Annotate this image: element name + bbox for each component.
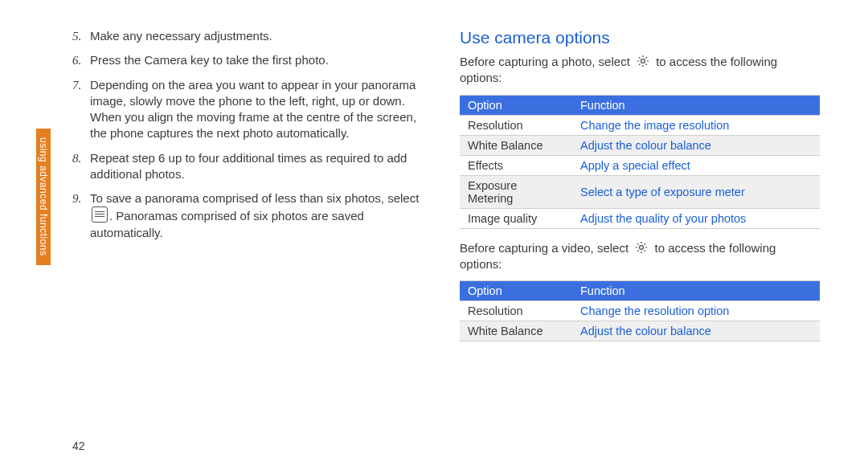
step-number: 5.: [72, 28, 90, 44]
intro-pre: Before capturing a photo, select: [460, 55, 633, 68]
section-heading: Use camera options: [460, 28, 820, 47]
table-row: Exposure Metering Select a type of expos…: [460, 175, 820, 208]
gear-icon: [635, 54, 651, 68]
cell-function: Adjust the quality of your photos: [572, 208, 820, 228]
th-function: Function: [572, 281, 820, 301]
step-8: 8. Repeat step 6 up to four additional t…: [72, 150, 432, 183]
cell-function: Apply a special effect: [572, 155, 820, 175]
panorama-steps-list: 5. Make any necessary adjustments. 6. Pr…: [72, 28, 432, 241]
cell-option: White Balance: [460, 321, 572, 341]
cell-option: White Balance: [460, 135, 572, 155]
step-5: 5. Make any necessary adjustments.: [72, 28, 432, 44]
video-options-intro: Before capturing a video, select to acce…: [460, 240, 820, 273]
step-9: 9. To save a panorama comprised of less …: [72, 190, 432, 241]
th-option: Option: [460, 95, 572, 115]
cell-function: Adjust the colour balance: [572, 135, 820, 155]
svg-point-0: [641, 59, 645, 63]
step-text: Make any necessary adjustments.: [90, 28, 432, 44]
th-function: Function: [572, 95, 820, 115]
table-row: Image quality Adjust the quality of your…: [460, 208, 820, 228]
manual-page: using advanced functions 5. Make any nec…: [0, 0, 868, 470]
right-column: Use camera options Before capturing a ph…: [460, 28, 820, 353]
step-number: 8.: [72, 150, 90, 183]
cell-option: Resolution: [460, 301, 572, 321]
table-row: White Balance Adjust the colour balance: [460, 321, 820, 341]
svg-point-1: [640, 245, 644, 249]
cell-function: Change the image resolution: [572, 115, 820, 135]
step-number: 6.: [72, 52, 90, 68]
table-header-row: Option Function: [460, 281, 820, 301]
panorama-save-icon: [92, 206, 108, 223]
two-column-layout: 5. Make any necessary adjustments. 6. Pr…: [72, 28, 820, 353]
cell-option: Resolution: [460, 115, 572, 135]
video-options-table: Option Function Resolution Change the re…: [460, 280, 820, 341]
table-row: Resolution Change the resolution option: [460, 301, 820, 321]
intro-pre: Before capturing a video, select: [460, 241, 632, 255]
photo-options-table: Option Function Resolution Change the im…: [460, 95, 820, 229]
table-row: Resolution Change the image resolution: [460, 115, 820, 135]
step-6: 6. Press the Camera key to take the firs…: [72, 52, 432, 68]
cell-option: Exposure Metering: [460, 175, 572, 208]
th-option: Option: [460, 281, 572, 301]
cell-function: Select a type of exposure meter: [572, 175, 820, 208]
cell-function: Change the resolution option: [572, 301, 820, 321]
sidebar-tab: using advanced functions: [36, 129, 51, 265]
left-column: 5. Make any necessary adjustments. 6. Pr…: [72, 28, 432, 353]
step-7: 7. Depending on the area you want to app…: [72, 77, 432, 142]
step-text: To save a panorama comprised of less tha…: [90, 190, 432, 241]
step-text: Repeat step 6 up to four additional time…: [90, 150, 432, 183]
step-text-post: . Panoramas comprised of six photos are …: [90, 209, 364, 239]
table-header-row: Option Function: [460, 95, 820, 115]
step-number: 9.: [72, 190, 90, 241]
gear-icon: [633, 240, 649, 255]
step-text: Press the Camera key to take the first p…: [90, 52, 432, 68]
step-number: 7.: [72, 77, 90, 142]
step-text-pre: To save a panorama comprised of less tha…: [90, 191, 419, 205]
table-row: Effects Apply a special effect: [460, 155, 820, 175]
cell-option: Effects: [460, 155, 572, 175]
page-number: 42: [72, 439, 85, 452]
table-row: White Balance Adjust the colour balance: [460, 135, 820, 155]
photo-options-intro: Before capturing a photo, select to acce…: [460, 54, 820, 87]
sidebar-label: using advanced functions: [38, 137, 49, 255]
cell-option: Image quality: [460, 208, 572, 228]
step-text: Depending on the area you want to appear…: [90, 77, 432, 142]
cell-function: Adjust the colour balance: [572, 321, 820, 341]
